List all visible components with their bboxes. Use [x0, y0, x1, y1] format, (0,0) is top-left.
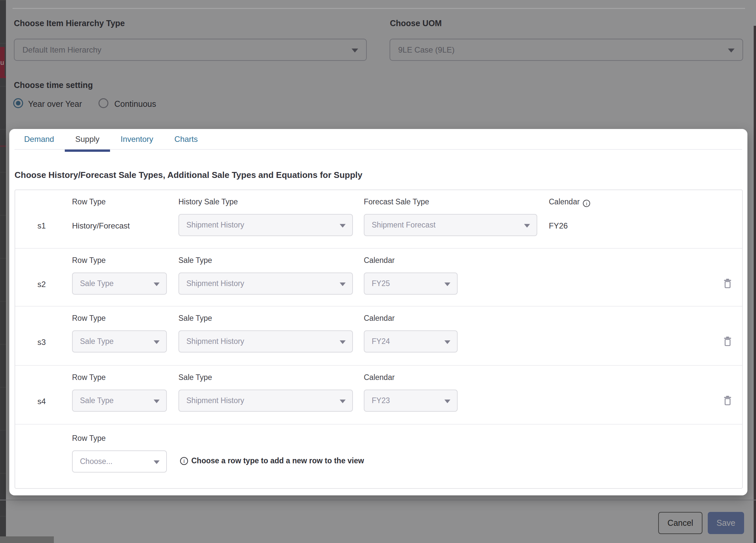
- sale-type-select[interactable]: Shipment History: [178, 273, 353, 295]
- trash-icon: [722, 395, 734, 407]
- add-row-hint: i Choose a row type to add a new row to …: [180, 456, 364, 465]
- delete-row-button[interactable]: [722, 278, 734, 291]
- row-type-label: Row Type: [72, 373, 106, 382]
- sale-type-value: Shipment History: [186, 279, 244, 288]
- row-type-label: Row Type: [72, 314, 106, 323]
- caret-down-icon: [444, 283, 450, 286]
- calendar-select[interactable]: FY25: [364, 273, 458, 295]
- row-type-value: Sale Type: [80, 279, 114, 288]
- sale-type-select[interactable]: Shipment History: [178, 330, 353, 353]
- trash-icon: [722, 336, 734, 348]
- row-type-select[interactable]: Sale Type: [72, 273, 167, 295]
- sale-type-label: Sale Type: [178, 373, 212, 382]
- caret-down-icon: [340, 340, 346, 344]
- row-id: s2: [30, 280, 54, 289]
- forecast-sale-type-label: Forecast Sale Type: [364, 197, 429, 206]
- forecast-sale-type-select[interactable]: Shipment Forecast: [364, 214, 537, 236]
- row-id: s4: [30, 397, 54, 406]
- add-row-hint-text: Choose a row type to add a new row to th…: [191, 456, 364, 465]
- table-row-s3: s3 Row Type Sale Type Sale Type Shipment…: [15, 306, 742, 365]
- calendar-label: Calendar: [364, 256, 395, 265]
- caret-down-icon: [340, 400, 346, 403]
- calendar-value: FY24: [372, 337, 390, 346]
- row-type-select[interactable]: Sale Type: [72, 390, 167, 412]
- forecast-sale-type-value: Shipment Forecast: [372, 220, 435, 229]
- tab-demand[interactable]: Demand: [14, 129, 65, 150]
- trash-icon: [722, 278, 734, 290]
- table-add-row: Row Type Choose... i Choose a row type t…: [15, 424, 742, 489]
- row-id: s1: [30, 221, 54, 230]
- tab-supply[interactable]: Supply: [65, 129, 110, 150]
- sale-type-value: Shipment History: [186, 337, 244, 346]
- row-type-label: Row Type: [72, 434, 106, 443]
- info-circle-icon: i: [180, 457, 188, 465]
- delete-row-button[interactable]: [722, 336, 734, 348]
- caret-down-icon: [444, 340, 450, 344]
- history-sale-type-label: History Sale Type: [178, 197, 238, 206]
- row-id: s3: [30, 338, 54, 347]
- caret-down-icon: [524, 224, 530, 227]
- caret-down-icon: [444, 400, 450, 403]
- row-type-select[interactable]: Sale Type: [72, 330, 167, 353]
- supply-settings-card: Demand Supply Inventory Charts Choose Hi…: [9, 129, 747, 495]
- calendar-label: Calendari: [549, 197, 590, 207]
- tab-inventory[interactable]: Inventory: [110, 129, 164, 150]
- caret-down-icon: [340, 224, 346, 227]
- caret-down-icon: [340, 283, 346, 286]
- calendar-value: FY23: [372, 396, 390, 405]
- add-row-type-select[interactable]: Choose...: [72, 450, 167, 473]
- sale-type-select[interactable]: Shipment History: [178, 390, 353, 412]
- calendar-select[interactable]: FY24: [364, 330, 458, 353]
- calendar-label: Calendar: [364, 314, 395, 323]
- card-heading: Choose History/Forecast Sale Types, Addi…: [15, 170, 362, 180]
- tab-bar: Demand Supply Inventory Charts: [9, 129, 747, 150]
- delete-row-button[interactable]: [722, 395, 734, 407]
- caret-down-icon: [154, 340, 160, 344]
- calendar-select[interactable]: FY23: [364, 390, 458, 412]
- row-type-value: Sale Type: [80, 337, 114, 346]
- table-row-s2: s2 Row Type Sale Type Sale Type Shipment…: [15, 248, 742, 306]
- calendar-value: FY25: [372, 279, 390, 288]
- row-type-label: Row Type: [72, 256, 106, 265]
- tab-charts[interactable]: Charts: [164, 129, 208, 150]
- caret-down-icon: [154, 400, 160, 403]
- screen: u Choose Item Hierarchy Type Default Ite…: [0, 0, 756, 543]
- sale-type-label: Sale Type: [178, 314, 212, 323]
- calendar-label: Calendar: [364, 373, 395, 382]
- add-row-type-placeholder: Choose...: [80, 457, 112, 466]
- history-sale-type-select[interactable]: Shipment History: [178, 214, 353, 236]
- calendar-value: FY26: [549, 221, 568, 230]
- supply-rows-table: s1 Row Type History/Forecast History Sal…: [15, 189, 743, 489]
- caret-down-icon: [154, 283, 160, 286]
- caret-down-icon: [154, 460, 160, 464]
- row-type-value: History/Forecast: [72, 221, 130, 230]
- sale-type-label: Sale Type: [178, 256, 212, 265]
- sale-type-value: Shipment History: [186, 396, 244, 405]
- row-type-label: Row Type: [72, 197, 106, 206]
- calendar-label-text: Calendar: [549, 197, 580, 206]
- table-row-s1: s1 Row Type History/Forecast History Sal…: [15, 190, 742, 248]
- info-circle-icon: i: [583, 200, 590, 207]
- row-type-value: Sale Type: [80, 396, 114, 405]
- table-row-s4: s4 Row Type Sale Type Sale Type Shipment…: [15, 365, 742, 424]
- history-sale-type-value: Shipment History: [186, 220, 244, 229]
